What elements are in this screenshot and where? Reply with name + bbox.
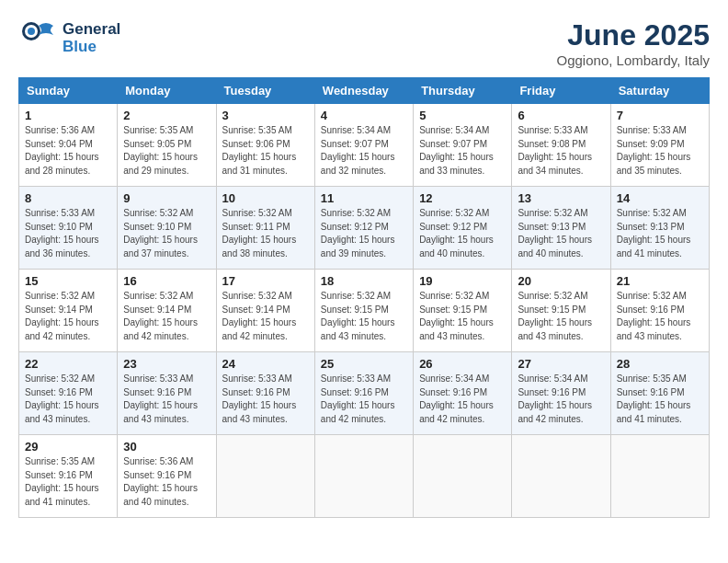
day-number: 9: [123, 191, 210, 205]
day-number: 5: [419, 109, 506, 122]
day-info: Sunrise: 5:32 AM Sunset: 9:15 PM Dayligh…: [518, 290, 604, 343]
day-number: 19: [419, 274, 506, 288]
calendar-cell: 23Sunrise: 5:33 AM Sunset: 9:16 PM Dayli…: [118, 352, 216, 435]
day-info: Sunrise: 5:32 AM Sunset: 9:13 PM Dayligh…: [617, 207, 703, 260]
calendar-week-1: 1Sunrise: 5:36 AM Sunset: 9:04 PM Daylig…: [19, 104, 710, 187]
calendar-cell: 12Sunrise: 5:32 AM Sunset: 9:12 PM Dayli…: [414, 187, 512, 270]
day-info: Sunrise: 5:32 AM Sunset: 9:16 PM Dayligh…: [617, 290, 703, 343]
day-info: Sunrise: 5:35 AM Sunset: 9:16 PM Dayligh…: [25, 455, 111, 509]
calendar-week-4: 22Sunrise: 5:32 AM Sunset: 9:16 PM Dayli…: [19, 352, 710, 435]
day-info: Sunrise: 5:33 AM Sunset: 9:16 PM Dayligh…: [321, 373, 407, 426]
day-info: Sunrise: 5:32 AM Sunset: 9:15 PM Dayligh…: [321, 290, 407, 343]
day-number: 30: [123, 440, 210, 454]
title-area: June 2025 Oggiono, Lombardy, Italy: [557, 18, 710, 68]
calendar-header: SundayMondayTuesdayWednesdayThursdayFrid…: [19, 78, 710, 104]
day-info: Sunrise: 5:32 AM Sunset: 9:14 PM Dayligh…: [123, 290, 210, 343]
day-number: 7: [617, 109, 703, 122]
calendar-cell: 17Sunrise: 5:32 AM Sunset: 9:14 PM Dayli…: [216, 270, 314, 352]
day-number: 29: [25, 440, 111, 454]
calendar-cell: 21Sunrise: 5:32 AM Sunset: 9:16 PM Dayli…: [610, 270, 709, 352]
day-number: 25: [321, 357, 407, 371]
logo: General Blue: [18, 18, 120, 59]
calendar-cell: 10Sunrise: 5:32 AM Sunset: 9:11 PM Dayli…: [216, 187, 314, 270]
weekday-thursday: Thursday: [414, 78, 512, 104]
calendar-week-5: 29Sunrise: 5:35 AM Sunset: 9:16 PM Dayli…: [19, 435, 710, 518]
day-number: 28: [617, 357, 703, 371]
day-number: 26: [419, 357, 506, 371]
day-info: Sunrise: 5:35 AM Sunset: 9:06 PM Dayligh…: [222, 124, 309, 178]
calendar-cell: 1Sunrise: 5:36 AM Sunset: 9:04 PM Daylig…: [19, 104, 118, 187]
day-info: Sunrise: 5:32 AM Sunset: 9:10 PM Dayligh…: [123, 207, 210, 260]
weekday-sunday: Sunday: [19, 78, 118, 104]
calendar-cell: [414, 435, 512, 518]
day-number: 1: [25, 109, 111, 122]
logo-blue: Blue: [63, 39, 120, 56]
weekday-monday: Monday: [118, 78, 216, 104]
weekday-wednesday: Wednesday: [314, 78, 413, 104]
calendar-cell: 16Sunrise: 5:32 AM Sunset: 9:14 PM Dayli…: [118, 270, 216, 352]
calendar-week-3: 15Sunrise: 5:32 AM Sunset: 9:14 PM Dayli…: [19, 270, 710, 352]
day-info: Sunrise: 5:32 AM Sunset: 9:11 PM Dayligh…: [222, 207, 309, 260]
calendar-cell: 5Sunrise: 5:34 AM Sunset: 9:07 PM Daylig…: [414, 104, 512, 187]
day-info: Sunrise: 5:34 AM Sunset: 9:16 PM Dayligh…: [419, 373, 506, 426]
calendar-cell: 8Sunrise: 5:33 AM Sunset: 9:10 PM Daylig…: [19, 187, 118, 270]
calendar-cell: 30Sunrise: 5:36 AM Sunset: 9:16 PM Dayli…: [118, 435, 216, 518]
calendar-cell: [512, 435, 610, 518]
day-info: Sunrise: 5:34 AM Sunset: 9:07 PM Dayligh…: [321, 124, 407, 178]
day-number: 3: [222, 109, 309, 122]
calendar-cell: 7Sunrise: 5:33 AM Sunset: 9:09 PM Daylig…: [610, 104, 709, 187]
weekday-tuesday: Tuesday: [216, 78, 314, 104]
day-info: Sunrise: 5:32 AM Sunset: 9:14 PM Dayligh…: [25, 290, 111, 343]
day-info: Sunrise: 5:32 AM Sunset: 9:16 PM Dayligh…: [25, 373, 111, 426]
location-subtitle: Oggiono, Lombardy, Italy: [557, 52, 710, 68]
day-info: Sunrise: 5:32 AM Sunset: 9:15 PM Dayligh…: [419, 290, 506, 343]
day-number: 12: [419, 191, 506, 205]
calendar-cell: 22Sunrise: 5:32 AM Sunset: 9:16 PM Dayli…: [19, 352, 118, 435]
calendar-week-2: 8Sunrise: 5:33 AM Sunset: 9:10 PM Daylig…: [19, 187, 710, 270]
calendar-cell: [610, 435, 709, 518]
calendar-cell: 19Sunrise: 5:32 AM Sunset: 9:15 PM Dayli…: [414, 270, 512, 352]
day-number: 20: [518, 274, 604, 288]
svg-point-2: [28, 28, 35, 35]
day-number: 15: [25, 274, 111, 288]
day-info: Sunrise: 5:35 AM Sunset: 9:16 PM Dayligh…: [617, 373, 703, 426]
day-number: 21: [617, 274, 703, 288]
day-info: Sunrise: 5:36 AM Sunset: 9:04 PM Dayligh…: [25, 124, 111, 178]
day-number: 13: [518, 191, 604, 205]
day-info: Sunrise: 5:33 AM Sunset: 9:09 PM Dayligh…: [617, 124, 703, 178]
day-info: Sunrise: 5:32 AM Sunset: 9:14 PM Dayligh…: [222, 290, 309, 343]
day-number: 14: [617, 191, 703, 205]
day-number: 2: [123, 109, 210, 122]
calendar-cell: 6Sunrise: 5:33 AM Sunset: 9:08 PM Daylig…: [512, 104, 610, 187]
day-number: 8: [25, 191, 111, 205]
calendar-cell: 28Sunrise: 5:35 AM Sunset: 9:16 PM Dayli…: [610, 352, 709, 435]
day-info: Sunrise: 5:33 AM Sunset: 9:08 PM Dayligh…: [518, 124, 604, 178]
calendar-cell: 11Sunrise: 5:32 AM Sunset: 9:12 PM Dayli…: [314, 187, 413, 270]
calendar-cell: 26Sunrise: 5:34 AM Sunset: 9:16 PM Dayli…: [414, 352, 512, 435]
day-number: 17: [222, 274, 309, 288]
logo-text: General Blue: [63, 21, 120, 55]
weekday-header-row: SundayMondayTuesdayWednesdayThursdayFrid…: [19, 78, 710, 104]
day-info: Sunrise: 5:35 AM Sunset: 9:05 PM Dayligh…: [123, 124, 210, 178]
day-number: 18: [321, 274, 407, 288]
day-number: 24: [222, 357, 309, 371]
day-number: 6: [518, 109, 604, 122]
calendar-cell: 29Sunrise: 5:35 AM Sunset: 9:16 PM Dayli…: [19, 435, 118, 518]
calendar-table: SundayMondayTuesdayWednesdayThursdayFrid…: [18, 77, 710, 518]
day-info: Sunrise: 5:36 AM Sunset: 9:16 PM Dayligh…: [123, 455, 210, 509]
calendar-cell: 14Sunrise: 5:32 AM Sunset: 9:13 PM Dayli…: [610, 187, 709, 270]
calendar-cell: 20Sunrise: 5:32 AM Sunset: 9:15 PM Dayli…: [512, 270, 610, 352]
calendar-cell: 15Sunrise: 5:32 AM Sunset: 9:14 PM Dayli…: [19, 270, 118, 352]
weekday-saturday: Saturday: [610, 78, 709, 104]
logo-icon: [18, 18, 59, 59]
calendar-cell: 25Sunrise: 5:33 AM Sunset: 9:16 PM Dayli…: [314, 352, 413, 435]
calendar-cell: 18Sunrise: 5:32 AM Sunset: 9:15 PM Dayli…: [314, 270, 413, 352]
day-number: 27: [518, 357, 604, 371]
month-title: June 2025: [557, 18, 710, 52]
day-info: Sunrise: 5:34 AM Sunset: 9:16 PM Dayligh…: [518, 373, 604, 426]
day-info: Sunrise: 5:33 AM Sunset: 9:16 PM Dayligh…: [222, 373, 309, 426]
day-number: 10: [222, 191, 309, 205]
header: General Blue June 2025 Oggiono, Lombardy…: [18, 18, 710, 68]
day-info: Sunrise: 5:32 AM Sunset: 9:12 PM Dayligh…: [419, 207, 506, 260]
calendar-cell: [216, 435, 314, 518]
